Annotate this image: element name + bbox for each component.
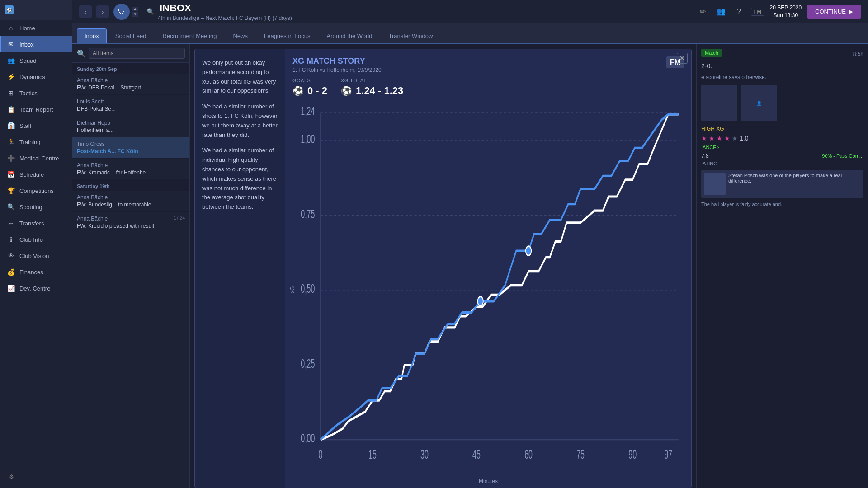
y-axis-label: xG (289, 286, 296, 293)
topbar: ‹ › 🛡 ▲ ▼ 🔍 INBOX 4th in Bundesliga – Ne… (72, 0, 868, 23)
sidebar-icon-2: 👥 (7, 57, 15, 64)
message-item-4[interactable]: Anna Bächle FW: Kramaric... for Hoffenhe… (72, 159, 189, 180)
tab-recruitment-meeting[interactable]: Recruitment Meeting (155, 28, 224, 43)
modal-close-button[interactable]: ✕ (677, 53, 688, 64)
msg-section-saturday: Saturday 19th (72, 180, 189, 191)
sidebar-icon-3: ⚡ (7, 73, 15, 80)
sidebar-item-staff[interactable]: 👔Staff (0, 117, 72, 134)
rating-label: IATING (701, 161, 863, 166)
msg-title-3: Post-Match A... FC Köln (77, 148, 185, 155)
message-item-1[interactable]: Louis Scott DFB-Pokal Se... (72, 95, 189, 116)
sidebar-item-tactics[interactable]: ⊞Tactics (0, 85, 72, 101)
message-item-2[interactable]: Dietmar Hopp Hoffenheim a... (72, 116, 189, 137)
xg-total-label: XG TOTAL (341, 78, 403, 83)
sidebar-item-team-report[interactable]: 📋Team Report (0, 101, 72, 117)
msg-sender-sat-0: Anna Bächle (77, 194, 185, 201)
sidebar-icon-13: ℹ (7, 236, 15, 243)
x-axis-label: Minutes (292, 478, 684, 484)
sidebar-label-2: Squad (19, 57, 37, 64)
tab-leagues-in-focus[interactable]: Leagues in Focus (256, 28, 318, 43)
msg-sender-1: Louis Scott (77, 99, 185, 105)
xg-chart-svg: 0,00 0,25 0,50 0,75 1,00 1,24 0 15 30 45… (292, 103, 684, 477)
svg-text:1,24: 1,24 (301, 104, 315, 118)
edit-icon[interactable]: ✏ (697, 5, 709, 18)
player-icon: 👤 (756, 101, 762, 106)
tab-transfer-window[interactable]: Transfer Window (381, 28, 441, 43)
star-5: ★ (732, 135, 738, 142)
player-thumb (704, 173, 726, 195)
message-item-sat-0[interactable]: Anna Bächle FW: Bundeslig... to memorabl… (72, 191, 189, 212)
back-button[interactable]: ‹ (79, 5, 92, 18)
nav-tabs: InboxSocial FeedRecruitment MeetingNewsL… (72, 23, 868, 44)
svg-text:0,75: 0,75 (301, 207, 315, 221)
star-2: ★ (709, 135, 715, 142)
forward-button[interactable]: › (96, 5, 109, 18)
xg-comment-3: We had a similar number of individual hi… (202, 146, 278, 212)
sidebar-icon-7: 🏃 (7, 138, 15, 145)
thumb-1 (701, 85, 737, 121)
sidebar-icon-9: 📅 (7, 171, 15, 178)
tab-news[interactable]: News (225, 28, 255, 43)
sidebar-item-dynamics[interactable]: ⚡Dynamics (0, 69, 72, 85)
message-item-0[interactable]: Anna Bächle FW: DFB-Pokal... Stuttgart (72, 74, 189, 95)
sidebar-item-competitions[interactable]: 🏆Competitions (0, 183, 72, 199)
tab-social-feed[interactable]: Social Feed (108, 28, 154, 43)
badge-up-arrow[interactable]: ▲ (132, 7, 138, 11)
chart-wrapper: xG 0,00 (292, 103, 684, 477)
sidebar-icon-8: ➕ (7, 155, 15, 162)
help-icon[interactable]: ? (733, 5, 745, 18)
continue-arrow-icon: ▶ (849, 8, 853, 15)
goals-number: 0 - 2 (307, 85, 327, 97)
svg-text:0,00: 0,00 (301, 432, 315, 445)
team-badge-arrows: ▲ ▼ (132, 7, 138, 17)
svg-text:15: 15 (368, 447, 377, 461)
svg-text:0,50: 0,50 (301, 282, 315, 296)
sidebar-settings[interactable]: ⚙ (5, 470, 68, 483)
match-score: 2-0. (701, 62, 863, 70)
match-badge: Match (701, 49, 722, 57)
goals-value: ⚽ 0 - 2 (292, 85, 327, 97)
star-1: ★ (701, 135, 707, 142)
help-community-icon[interactable]: 👥 (715, 5, 727, 18)
sidebar-icon-4: ⊞ (7, 89, 15, 97)
team-badge: 🛡 (113, 4, 130, 20)
continue-button[interactable]: CONTINUE ▶ (807, 5, 861, 19)
sidebar-item-dev.-centre[interactable]: 📈Dev. Centre (0, 280, 72, 296)
msg-sender-sat-1: Anna Bächle17:24 (77, 216, 185, 222)
sidebar-item-medical-centre[interactable]: ➕Medical Centre (0, 150, 72, 166)
sidebar-item-transfers[interactable]: ↔Transfers (0, 215, 72, 231)
goals-label: GOALS (292, 78, 327, 83)
sidebar-item-club-info[interactable]: ℹClub Info (0, 231, 72, 248)
search-icon: 🔍 (147, 8, 154, 15)
tab-around-the-world[interactable]: Around the World (319, 28, 380, 43)
tab-inbox[interactable]: Inbox (77, 28, 107, 43)
topbar-right: ✏ 👥 ? FM 20 SEP 2020 Sun 13:30 CONTINUE … (697, 4, 861, 19)
sidebar-icon-1: ✉ (7, 41, 15, 48)
svg-text:1,00: 1,00 (301, 132, 315, 146)
sidebar-item-scouting[interactable]: 🔍Scouting (0, 199, 72, 215)
sidebar-item-training[interactable]: 🏃Training (0, 134, 72, 150)
sidebar-item-schedule[interactable]: 📅Schedule (0, 166, 72, 183)
sidebar-item-squad[interactable]: 👥Squad (0, 52, 72, 69)
sidebar-label-5: Team Report (19, 106, 53, 113)
sidebar-bottom: ⚙ (0, 465, 72, 488)
sidebar-item-inbox[interactable]: ✉Inbox (0, 36, 72, 52)
topbar-subtitle: 4th in Bundesliga – Next Match: FC Bayer… (158, 15, 292, 21)
sidebar-item-home[interactable]: ⌂Home (0, 20, 72, 36)
thumb-2: 👤 (741, 85, 777, 121)
badge-down-arrow[interactable]: ▼ (132, 12, 138, 17)
message-search-input[interactable] (89, 48, 185, 59)
message-item-sat-1[interactable]: Anna Bächle17:24 FW: Krecidlo pleased wi… (72, 212, 189, 233)
msg-title-2: Hoffenheim a... (77, 127, 185, 133)
performance-link[interactable]: IANCE> (701, 145, 863, 150)
filter-search-icon: 🔍 (77, 49, 86, 58)
xg-total-value: ⚽ 1.24 - 1.23 (341, 85, 403, 97)
xg-score-block: XG TOTAL ⚽ 1.24 - 1.23 (341, 78, 403, 97)
sidebar-item-club-vision[interactable]: 👁Club Vision (0, 248, 72, 264)
xg-header: XG MATCH STORY 1. FC Köln vs Hoffenheim,… (292, 56, 684, 73)
date-label: 20 SEP 2020 (770, 4, 802, 12)
xg-ball-icon: ⚽ (341, 85, 352, 96)
message-item-3[interactable]: Timo Gross Post-Match A... FC Köln (72, 137, 189, 159)
sidebar-item-finances[interactable]: 💰Finances (0, 264, 72, 280)
svg-point-23 (477, 296, 483, 306)
